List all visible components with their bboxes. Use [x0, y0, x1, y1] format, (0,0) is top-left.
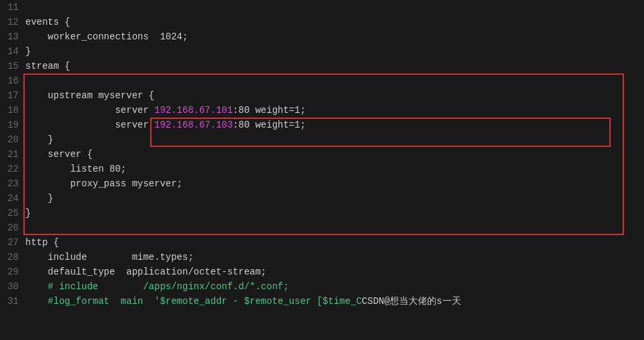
line-num-29: 29 [0, 265, 25, 279]
line-num-23: 23 [0, 176, 25, 191]
code-line-14: 14 } [0, 44, 644, 59]
line-content-15: stream { [25, 59, 644, 73]
line-content-12: events { [25, 15, 644, 29]
line-num-28: 28 [0, 250, 25, 265]
code-line-13: 13 worker_connections 1024; [0, 29, 644, 44]
code-line-30: 30 # include /apps/nginx/conf.d/*.conf; [0, 279, 644, 294]
code-line-11: 11 [0, 0, 644, 15]
line-num-25: 25 [0, 206, 25, 220]
line-num-16: 16 [0, 73, 25, 88]
line-num-24: 24 [0, 191, 25, 206]
code-line-28: 28 include mime.types; [0, 250, 644, 265]
line-num-12: 12 [0, 15, 25, 29]
line-content-31: #log_format main '$remote_addr - $remote… [25, 294, 644, 309]
line-num-17: 17 [0, 88, 25, 103]
line-num-18: 18 [0, 103, 25, 118]
line-num-27: 27 [0, 235, 25, 250]
line-num-26: 26 [0, 220, 25, 235]
line-num-31: 31 [0, 294, 25, 309]
code-line-31: 31 #log_format main '$remote_addr - $rem… [0, 294, 644, 309]
line-num-19: 19 [0, 118, 25, 132]
line-content-28: include mime.types; [25, 250, 644, 265]
server-inner-border [150, 118, 611, 147]
line-content-13: worker_connections 1024; [25, 29, 644, 44]
line-num-13: 13 [0, 29, 25, 44]
code-line-29: 29 default_type application/octet-stream… [0, 265, 644, 279]
line-content-27: http { [25, 235, 644, 250]
code-line-12: 12 events { [0, 15, 644, 29]
line-num-14: 14 [0, 44, 25, 59]
line-num-30: 30 [0, 279, 25, 294]
code-line-15: 15 stream { [0, 59, 644, 73]
line-num-21: 21 [0, 147, 25, 162]
line-num-15: 15 [0, 59, 25, 73]
line-num-11: 11 [0, 0, 25, 15]
line-num-22: 22 [0, 162, 25, 176]
line-content-14: } [25, 44, 644, 59]
line-content-30: # include /apps/nginx/conf.d/*.conf; [25, 279, 644, 294]
code-editor: 11 12 events { 13 worker_connections 102… [0, 0, 644, 340]
line-content-29: default_type application/octet-stream; [25, 265, 644, 279]
code-line-27: 27 http { 不包含进http模块中 [0, 235, 644, 250]
line-num-20: 20 [0, 132, 25, 147]
stream-block-border [23, 73, 624, 235]
